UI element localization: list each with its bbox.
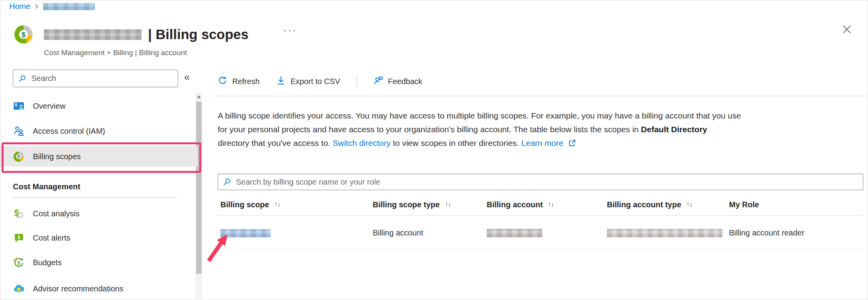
breadcrumb-chevron-icon bbox=[34, 2, 39, 11]
table-search-box bbox=[218, 174, 863, 190]
svg-text:$: $ bbox=[18, 154, 20, 159]
sidebar-search-box bbox=[13, 70, 178, 87]
sidebar-section-divider bbox=[13, 198, 177, 198]
billing-account-donut-icon: $ bbox=[14, 25, 33, 44]
column-header-billing-account-type[interactable]: Billing account type↑↓ bbox=[607, 200, 692, 209]
column-header-billing-scope-type[interactable]: Billing scope type↑↓ bbox=[373, 200, 451, 209]
table-search-input[interactable] bbox=[235, 177, 863, 187]
sort-arrows-icon: ↑↓ bbox=[548, 201, 554, 208]
breadcrumb-redacted-item[interactable] bbox=[43, 3, 95, 10]
search-icon bbox=[18, 74, 27, 83]
cost-analysis-icon: $ bbox=[13, 208, 24, 219]
sidebar-item-label: Billing scopes bbox=[33, 152, 81, 161]
sidebar-item-cost-alerts[interactable]: $ Cost alerts bbox=[0, 228, 198, 248]
page-title-redacted-name bbox=[44, 29, 142, 40]
access-control-icon bbox=[13, 126, 24, 137]
sidebar-item-label: Advisor recommendations bbox=[33, 284, 123, 293]
external-link-icon[interactable] bbox=[568, 137, 576, 151]
cost-alerts-icon: $ bbox=[13, 232, 24, 244]
learn-more-link[interactable]: Learn more bbox=[522, 138, 563, 147]
svg-text:$: $ bbox=[15, 103, 17, 107]
feedback-label: Feedback bbox=[388, 77, 422, 86]
svg-text:$: $ bbox=[18, 235, 20, 240]
close-button[interactable] bbox=[840, 23, 854, 36]
svg-text:$: $ bbox=[22, 31, 26, 39]
column-header-billing-scope[interactable]: Billing scope↑↓ bbox=[220, 200, 280, 209]
billing-scope-description: A billing scope identifies your access. … bbox=[218, 109, 741, 151]
refresh-label: Refresh bbox=[232, 77, 260, 86]
sidebar-collapse-button[interactable]: « bbox=[184, 71, 190, 83]
advisor-recommendations-icon bbox=[13, 283, 24, 295]
more-options-button[interactable]: ··· bbox=[283, 24, 297, 36]
column-header-my-role: My Role bbox=[729, 200, 759, 209]
cell-billing-scope-type: Billing account bbox=[373, 228, 423, 237]
feedback-button[interactable]: Feedback bbox=[374, 75, 422, 87]
description-line-1: A billing scope identifies your access. … bbox=[218, 109, 741, 122]
search-icon bbox=[223, 178, 231, 186]
switch-directory-link[interactable]: Switch directory bbox=[332, 138, 390, 147]
description-line-3: directory that you've access to. Switch … bbox=[218, 136, 741, 151]
page-title: | Billing scopes bbox=[44, 26, 249, 43]
sidebar-item-label: Budgets bbox=[33, 258, 61, 267]
overview-icon: $ bbox=[13, 101, 24, 112]
download-icon bbox=[276, 75, 286, 87]
toolbar-rule bbox=[211, 96, 868, 96]
column-header-billing-account[interactable]: Billing account↑↓ bbox=[487, 200, 554, 209]
sidebar-section-cost-management: Cost Management bbox=[13, 182, 80, 191]
toolbar-divider bbox=[357, 76, 357, 87]
billing-scopes-icon: $ bbox=[13, 151, 24, 162]
redacted-billing-scope-link[interactable] bbox=[220, 229, 271, 237]
svg-text:$: $ bbox=[17, 260, 20, 266]
sidebar-search-input[interactable] bbox=[31, 74, 178, 83]
sidebar-item-overview[interactable]: $ Overview bbox=[0, 96, 198, 116]
budgets-icon: $ bbox=[13, 257, 24, 268]
description-line-2: for your personal projects and have acce… bbox=[218, 122, 741, 136]
close-icon bbox=[842, 24, 852, 34]
sidebar-item-budgets[interactable]: $ Budgets bbox=[0, 252, 198, 273]
redacted-billing-account bbox=[487, 229, 542, 237]
sidebar-item-label: Cost alerts bbox=[33, 234, 70, 243]
sort-arrows-icon: ↑↓ bbox=[274, 201, 280, 208]
sort-arrows-icon: ↑↓ bbox=[445, 201, 451, 208]
page-title-text: | Billing scopes bbox=[148, 27, 249, 42]
sidebar-item-label: Access control (IAM) bbox=[33, 127, 105, 136]
refresh-button[interactable]: Refresh bbox=[218, 75, 260, 87]
sidebar-item-billing-scopes[interactable]: $ Billing scopes bbox=[0, 146, 198, 167]
breadcrumb: Home bbox=[9, 2, 95, 11]
export-to-csv-button[interactable]: Export to CSV bbox=[276, 75, 340, 87]
command-bar: Refresh Export to CSV Feedback bbox=[218, 73, 439, 90]
feedback-icon bbox=[374, 75, 383, 87]
table-header-rule bbox=[218, 215, 863, 216]
sidebar-item-advisor-recommendations[interactable]: Advisor recommendations bbox=[0, 278, 198, 299]
billing-scopes-blade: Home $ | Billing scopes ··· Cost Managem… bbox=[0, 0, 868, 300]
export-label: Export to CSV bbox=[291, 77, 340, 86]
sidebar-item-label: Cost analysis bbox=[33, 209, 79, 218]
cell-my-role: Billing account reader bbox=[729, 228, 804, 237]
breadcrumb-home-link[interactable]: Home bbox=[9, 2, 30, 11]
sidebar-item-access-control[interactable]: Access control (IAM) bbox=[0, 121, 198, 141]
redacted-billing-account-type bbox=[607, 229, 722, 237]
table-row-rule bbox=[218, 249, 863, 250]
sort-arrows-icon: ↑↓ bbox=[686, 201, 692, 208]
sidebar-item-cost-analysis[interactable]: $ Cost analysis bbox=[0, 203, 198, 224]
sidebar-item-label: Overview bbox=[33, 102, 65, 111]
default-directory-bold: Default Directory bbox=[641, 125, 707, 134]
page-subtitle: Cost Management + Billing | Billing acco… bbox=[44, 49, 187, 57]
refresh-icon bbox=[218, 75, 227, 87]
